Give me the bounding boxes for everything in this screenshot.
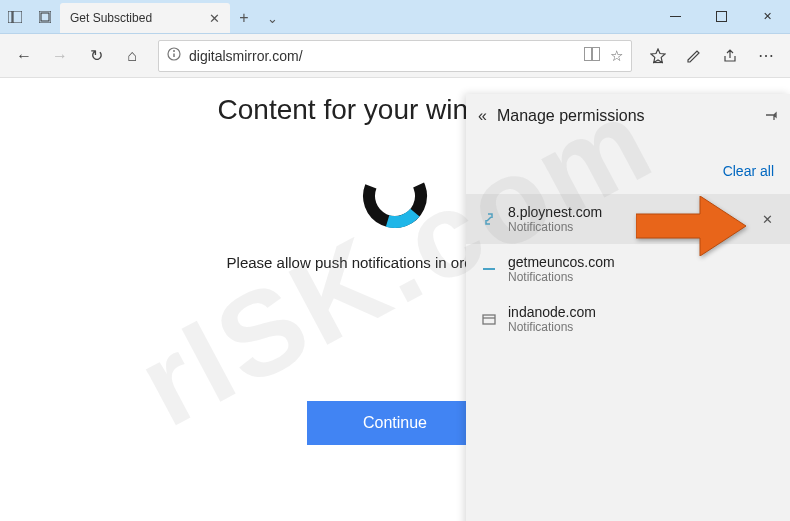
continue-button[interactable]: Continue bbox=[307, 401, 483, 445]
maximize-button[interactable] bbox=[698, 0, 744, 33]
svg-rect-3 bbox=[41, 13, 49, 21]
panel-title: Manage permissions bbox=[497, 107, 754, 125]
toolbar: ← → ↻ ⌂ digitalsmirror.com/ ☆ ⋯ bbox=[0, 34, 790, 78]
permission-item[interactable]: getmeuncos.comNotifications bbox=[466, 244, 790, 294]
permission-text: indanode.comNotifications bbox=[508, 304, 776, 334]
reading-view-icon[interactable] bbox=[584, 47, 600, 65]
svg-rect-1 bbox=[13, 11, 22, 23]
favorite-icon[interactable]: ☆ bbox=[610, 47, 623, 65]
tabs-aside-icon[interactable] bbox=[0, 0, 30, 33]
permission-sub: Notifications bbox=[508, 270, 776, 284]
permission-item[interactable]: indanode.comNotifications bbox=[466, 294, 790, 344]
permission-site-icon bbox=[480, 210, 498, 228]
svg-rect-0 bbox=[8, 11, 12, 23]
permissions-list: 8.ploynest.comNotifications✕getmeuncos.c… bbox=[466, 194, 790, 344]
permission-item[interactable]: 8.ploynest.comNotifications✕ bbox=[466, 194, 790, 244]
permissions-panel: « Manage permissions Clear all 8.ploynes… bbox=[466, 94, 790, 521]
permission-site-icon bbox=[480, 260, 498, 278]
permission-sub: Notifications bbox=[508, 320, 776, 334]
close-window-button[interactable]: ✕ bbox=[744, 0, 790, 33]
svg-rect-10 bbox=[593, 47, 600, 60]
site-info-icon[interactable] bbox=[167, 47, 181, 64]
clear-all-link[interactable]: Clear all bbox=[723, 163, 774, 179]
permission-text: 8.ploynest.comNotifications bbox=[508, 204, 748, 234]
address-bar[interactable]: digitalsmirror.com/ ☆ bbox=[158, 40, 632, 72]
permission-site-icon bbox=[480, 310, 498, 328]
forward-button: → bbox=[44, 40, 76, 72]
titlebar: Get Subsctibed ✕ + ⌄ ✕ bbox=[0, 0, 790, 34]
tab-label: Get Subsctibed bbox=[70, 11, 209, 25]
svg-rect-15 bbox=[483, 315, 495, 324]
tab-strip: Get Subsctibed ✕ + ⌄ bbox=[60, 0, 652, 33]
clear-all-row: Clear all bbox=[466, 138, 790, 194]
permission-sub: Notifications bbox=[508, 220, 748, 234]
browser-tab[interactable]: Get Subsctibed ✕ bbox=[60, 3, 230, 33]
titlebar-left bbox=[0, 0, 60, 33]
url-text: digitalsmirror.com/ bbox=[189, 48, 576, 64]
new-tab-button[interactable]: + bbox=[230, 3, 258, 33]
pin-icon[interactable] bbox=[764, 108, 778, 125]
close-tab-icon[interactable]: ✕ bbox=[209, 11, 220, 26]
notes-button[interactable] bbox=[678, 40, 710, 72]
refresh-button[interactable]: ↻ bbox=[80, 40, 112, 72]
share-button[interactable] bbox=[714, 40, 746, 72]
permission-domain: indanode.com bbox=[508, 304, 776, 320]
favorites-button[interactable] bbox=[642, 40, 674, 72]
permission-domain: 8.ploynest.com bbox=[508, 204, 748, 220]
spinner-icon bbox=[361, 162, 429, 230]
permission-text: getmeuncos.comNotifications bbox=[508, 254, 776, 284]
permission-remove-icon[interactable]: ✕ bbox=[758, 212, 776, 227]
more-button[interactable]: ⋯ bbox=[750, 40, 782, 72]
back-button[interactable]: ← bbox=[8, 40, 40, 72]
svg-rect-9 bbox=[585, 47, 592, 60]
panel-header: « Manage permissions bbox=[466, 94, 790, 138]
svg-rect-5 bbox=[716, 12, 726, 22]
permission-domain: getmeuncos.com bbox=[508, 254, 776, 270]
minimize-button[interactable] bbox=[652, 0, 698, 33]
content-area: Content for your windows 10 Please allow… bbox=[0, 94, 790, 521]
tab-preview-icon[interactable] bbox=[30, 0, 60, 33]
panel-back-icon[interactable]: « bbox=[478, 107, 487, 125]
tab-chevron-icon[interactable]: ⌄ bbox=[258, 3, 286, 33]
window-controls: ✕ bbox=[652, 0, 790, 33]
home-button[interactable]: ⌂ bbox=[116, 40, 148, 72]
